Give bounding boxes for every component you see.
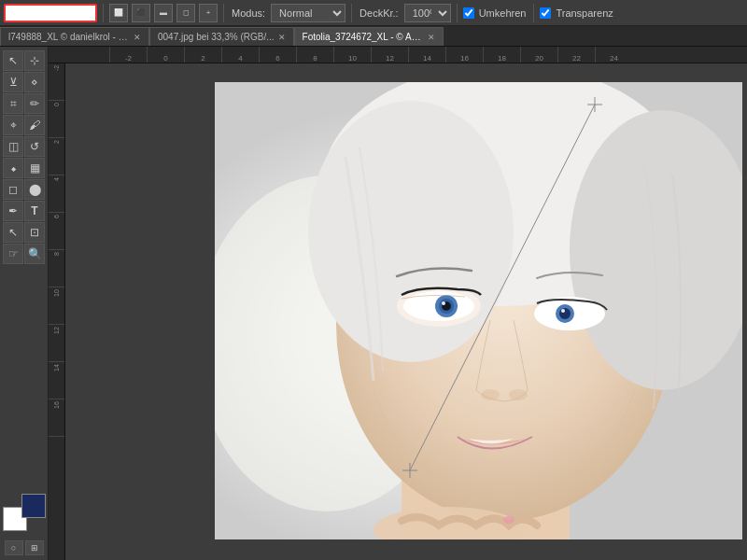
dodge-tool[interactable]: ⬤: [24, 179, 45, 200]
sep-3: [351, 4, 352, 22]
photo-document: [215, 82, 742, 539]
heal-tool[interactable]: ⌖: [3, 115, 23, 135]
transparency-checkbox[interactable]: [540, 7, 551, 19]
tool-row-5: ◫ ↺: [3, 136, 45, 157]
opacity-label: DeckKr.:: [359, 7, 399, 19]
tool-row-10: ☞ 🔍: [3, 244, 45, 264]
portrait-image: [215, 82, 742, 539]
eyedropper-tool[interactable]: ✏: [24, 93, 45, 114]
tab-bar: l749888_XL © danielkrol - Fotolia.com.jp…: [0, 26, 747, 47]
ruler-v-tick: 4: [49, 175, 64, 213]
tab-1-label: l749888_XL © danielkrol - Fotolia.com.jp…: [8, 32, 130, 42]
sep-1: [103, 4, 104, 22]
ruler-v-tick: 8: [49, 250, 64, 287]
zoom-tool[interactable]: 🔍: [24, 244, 45, 264]
lasso-tool[interactable]: ⊻: [3, 72, 23, 92]
blur-tool[interactable]: ◻: [3, 179, 23, 200]
opacity-select[interactable]: 100%: [404, 4, 451, 22]
ruler-h-ticks: -2 0 2 4 6 8 10 12 14 16 18 20 22 24: [109, 47, 632, 63]
ruler-h-tick: 4: [221, 47, 259, 63]
tool-option-btn-4[interactable]: ◻: [176, 4, 195, 22]
history-brush-tool[interactable]: ↺: [24, 136, 45, 157]
tool-option-btn-2[interactable]: ⬛: [132, 4, 150, 22]
ruler-h-tick: 2: [184, 47, 221, 63]
path-select-tool[interactable]: ↖: [3, 222, 23, 243]
ruler-v-tick: 6: [49, 213, 64, 250]
tool-row-1: ↖ ⊹: [3, 50, 45, 71]
ruler-horizontal: -2 0 2 4 6 8 10 12 14 16 18 20 22 24: [49, 47, 747, 63]
tab-3[interactable]: Fotolia_3724672_XL - © Amir Kaljikovic -…: [294, 27, 444, 46]
svg-point-17: [559, 308, 571, 319]
ruler-h-tick: 10: [333, 47, 371, 63]
image-canvas: [65, 63, 747, 560]
sep-5: [533, 4, 534, 22]
eraser-tool[interactable]: ⬥: [3, 158, 23, 178]
ruler-h-tick: 20: [520, 47, 557, 63]
ruler-h-tick: 24: [595, 47, 632, 63]
tool-row-7: ◻ ⬤: [3, 179, 45, 200]
ruler-v-tick: 14: [49, 362, 64, 399]
select-tool[interactable]: ⊹: [24, 50, 45, 71]
ruler-v-tick: 16: [49, 399, 64, 437]
tool-row-9: ↖ ⊡: [3, 222, 45, 243]
invert-label: Umkehren: [479, 7, 527, 19]
tool-row-2: ⊻ ⋄: [3, 72, 45, 92]
fill-tool[interactable]: ▦: [24, 158, 45, 178]
ruler-h-tick: -2: [109, 47, 147, 63]
tab-1-close[interactable]: ✕: [134, 33, 141, 42]
mode-label: Modus:: [232, 7, 265, 19]
svg-point-14: [442, 301, 445, 305]
svg-point-6: [308, 101, 514, 362]
main-toolbar: ⬜ ⬛ ▬ ◻ + Modus: NormalAufhellenAbdunkel…: [0, 0, 747, 26]
ruler-h-tick: 8: [296, 47, 333, 63]
shape-tool[interactable]: ⊡: [24, 222, 45, 243]
invert-checkbox[interactable]: [463, 7, 474, 19]
ruler-v-ticks: -2 0 2 4 6 8 10 12 14 16: [49, 63, 64, 437]
brush-tool[interactable]: 🖌: [24, 115, 45, 135]
text-tool[interactable]: T: [24, 201, 45, 221]
foreground-color-swatch[interactable]: [21, 494, 46, 518]
screen-mode-btn[interactable]: ⊞: [25, 540, 44, 555]
ruler-h-tick: 6: [259, 47, 296, 63]
tool-row-3: ⌗ ✏: [3, 93, 45, 114]
tool-row-6: ⬥ ▦: [3, 158, 45, 178]
hand-tool[interactable]: ☞: [3, 244, 23, 264]
tool-option-btn-3[interactable]: ▬: [154, 4, 173, 22]
ruler-vertical: -2 0 2 4 6 8 10 12 14 16: [49, 63, 65, 560]
sep-4: [457, 4, 458, 22]
tab-3-label: Fotolia_3724672_XL - © Amir Kaljikovic -…: [303, 32, 424, 42]
tab-1[interactable]: l749888_XL © danielkrol - Fotolia.com.jp…: [0, 27, 149, 46]
brush-preview[interactable]: [4, 4, 97, 22]
ruler-h-tick: 12: [371, 47, 408, 63]
svg-point-19: [481, 389, 500, 400]
ruler-v-tick: 12: [49, 325, 64, 362]
magic-wand-tool[interactable]: ⋄: [24, 72, 45, 92]
tool-option-btn-5[interactable]: +: [199, 4, 218, 22]
pen-tool[interactable]: ✒: [3, 201, 23, 221]
ruler-h-tick: 14: [408, 47, 445, 63]
svg-point-20: [509, 389, 528, 400]
quick-mask-btn[interactable]: ○: [5, 540, 23, 555]
ruler-h-tick: 18: [483, 47, 520, 63]
tab-2-label: 0047.jpg bei 33,3% (RGB/...: [158, 32, 275, 42]
stamp-tool[interactable]: ◫: [3, 136, 23, 157]
tab-2[interactable]: 0047.jpg bei 33,3% (RGB/... ✕: [149, 27, 294, 46]
ruler-h-tick: 22: [557, 47, 595, 63]
blend-mode-select[interactable]: NormalAufhellenAbdunkelnMultiplizierenÜb…: [271, 4, 345, 22]
ruler-v-tick: 2: [49, 138, 64, 175]
tool-row-4: ⌖ 🖌: [3, 115, 45, 135]
tab-3-close[interactable]: ✕: [428, 33, 435, 42]
toolbox: ↖ ⊹ ⊻ ⋄ ⌗ ✏ ⌖ 🖌 ◫ ↺ ⬥ ▦ ◻ ⬤ ✒ T: [0, 47, 49, 560]
crop-tool[interactable]: ⌗: [3, 93, 23, 114]
sep-2: [223, 4, 224, 22]
move-tool[interactable]: ↖: [3, 50, 23, 71]
transparency-label: Transparenz: [556, 7, 613, 19]
ruler-v-tick: -2: [49, 63, 64, 101]
svg-point-22: [503, 516, 514, 524]
tool-option-btn-1[interactable]: ⬜: [109, 4, 128, 22]
ruler-h-tick: 16: [445, 47, 483, 63]
invert-group: Umkehren: [463, 7, 529, 19]
ruler-v-tick: 10: [49, 287, 64, 325]
tab-2-close[interactable]: ✕: [278, 33, 286, 42]
ruler-v-tick: 0: [49, 101, 64, 138]
